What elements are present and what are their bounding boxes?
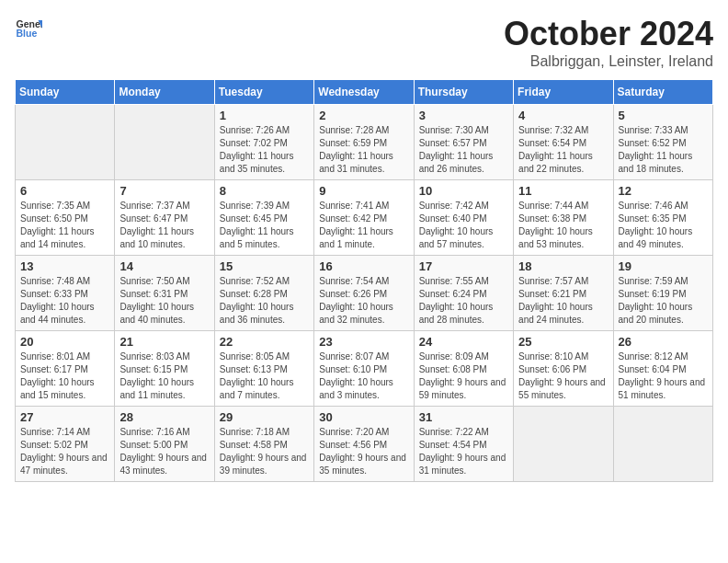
weekday-header-saturday: Saturday	[613, 80, 712, 105]
day-number: 12	[619, 184, 708, 198]
day-number: 2	[319, 109, 408, 122]
cell-detail: Sunrise: 7:22 AM Sunset: 4:54 PM Dayligh…	[419, 426, 508, 477]
cell-detail: Sunrise: 7:28 AM Sunset: 6:59 PM Dayligh…	[319, 124, 408, 176]
calendar-week-row: 27Sunrise: 7:14 AM Sunset: 5:02 PM Dayli…	[16, 407, 713, 482]
cell-detail: Sunrise: 7:16 AM Sunset: 5:00 PM Dayligh…	[119, 426, 209, 477]
calendar-cell	[16, 105, 115, 180]
cell-detail: Sunrise: 7:48 AM Sunset: 6:33 PM Dayligh…	[20, 275, 109, 327]
calendar-header: SundayMondayTuesdayWednesdayThursdayFrid…	[16, 80, 713, 105]
day-number: 1	[220, 109, 309, 122]
calendar-cell: 9Sunrise: 7:41 AM Sunset: 6:42 PM Daylig…	[314, 180, 414, 256]
calendar-cell: 28Sunrise: 7:16 AM Sunset: 5:00 PM Dayli…	[115, 407, 214, 482]
cell-detail: Sunrise: 7:33 AM Sunset: 6:52 PM Dayligh…	[619, 124, 708, 176]
calendar-cell: 30Sunrise: 7:20 AM Sunset: 4:56 PM Dayli…	[314, 407, 414, 482]
calendar-body: 1Sunrise: 7:26 AM Sunset: 7:02 PM Daylig…	[16, 105, 713, 482]
day-number: 31	[419, 410, 508, 424]
calendar-cell: 15Sunrise: 7:52 AM Sunset: 6:28 PM Dayli…	[214, 256, 313, 331]
day-number: 22	[220, 335, 309, 349]
cell-detail: Sunrise: 7:52 AM Sunset: 6:28 PM Dayligh…	[220, 275, 309, 327]
calendar-cell: 12Sunrise: 7:46 AM Sunset: 6:35 PM Dayli…	[613, 180, 712, 256]
cell-detail: Sunrise: 8:07 AM Sunset: 6:10 PM Dayligh…	[319, 350, 408, 402]
calendar-cell: 31Sunrise: 7:22 AM Sunset: 4:54 PM Dayli…	[414, 407, 513, 482]
cell-detail: Sunrise: 7:59 AM Sunset: 6:19 PM Dayligh…	[619, 275, 708, 327]
cell-detail: Sunrise: 7:41 AM Sunset: 6:42 PM Dayligh…	[319, 200, 408, 251]
day-number: 6	[20, 184, 109, 198]
location-title: Balbriggan, Leinster, Ireland	[504, 53, 713, 70]
calendar-cell: 23Sunrise: 8:07 AM Sunset: 6:10 PM Dayli…	[314, 331, 414, 407]
calendar-cell: 20Sunrise: 8:01 AM Sunset: 6:17 PM Dayli…	[16, 331, 115, 407]
weekday-header-friday: Friday	[514, 80, 613, 105]
cell-detail: Sunrise: 7:46 AM Sunset: 6:35 PM Dayligh…	[619, 200, 708, 251]
calendar-cell: 24Sunrise: 8:09 AM Sunset: 6:08 PM Dayli…	[414, 331, 513, 407]
weekday-header-wednesday: Wednesday	[314, 80, 414, 105]
cell-detail: Sunrise: 7:57 AM Sunset: 6:21 PM Dayligh…	[518, 275, 608, 327]
day-number: 26	[619, 335, 708, 349]
day-number: 16	[319, 259, 408, 273]
day-number: 13	[20, 259, 109, 273]
calendar-cell: 5Sunrise: 7:33 AM Sunset: 6:52 PM Daylig…	[613, 105, 712, 180]
cell-detail: Sunrise: 7:32 AM Sunset: 6:54 PM Dayligh…	[518, 124, 608, 176]
calendar-cell: 25Sunrise: 8:10 AM Sunset: 6:06 PM Dayli…	[514, 331, 613, 407]
calendar-cell: 6Sunrise: 7:35 AM Sunset: 6:50 PM Daylig…	[16, 180, 115, 256]
day-number: 14	[119, 259, 209, 273]
cell-detail: Sunrise: 7:30 AM Sunset: 6:57 PM Dayligh…	[419, 124, 508, 176]
day-number: 28	[119, 410, 209, 424]
calendar-cell: 22Sunrise: 8:05 AM Sunset: 6:13 PM Dayli…	[214, 331, 313, 407]
cell-detail: Sunrise: 7:54 AM Sunset: 6:26 PM Dayligh…	[319, 275, 408, 327]
day-number: 8	[220, 184, 309, 198]
cell-detail: Sunrise: 7:42 AM Sunset: 6:40 PM Dayligh…	[419, 200, 508, 251]
calendar-cell: 19Sunrise: 7:59 AM Sunset: 6:19 PM Dayli…	[613, 256, 712, 331]
calendar-cell: 21Sunrise: 8:03 AM Sunset: 6:15 PM Dayli…	[115, 331, 214, 407]
header-area: General Blue October 2024 Balbriggan, Le…	[15, 15, 713, 70]
cell-detail: Sunrise: 7:26 AM Sunset: 7:02 PM Dayligh…	[220, 124, 309, 176]
calendar-cell: 27Sunrise: 7:14 AM Sunset: 5:02 PM Dayli…	[16, 407, 115, 482]
weekday-header-row: SundayMondayTuesdayWednesdayThursdayFrid…	[16, 80, 713, 105]
calendar-cell: 1Sunrise: 7:26 AM Sunset: 7:02 PM Daylig…	[214, 105, 313, 180]
day-number: 29	[220, 410, 309, 424]
cell-detail: Sunrise: 7:37 AM Sunset: 6:47 PM Dayligh…	[119, 200, 209, 251]
calendar-cell: 2Sunrise: 7:28 AM Sunset: 6:59 PM Daylig…	[314, 105, 414, 180]
calendar-cell: 7Sunrise: 7:37 AM Sunset: 6:47 PM Daylig…	[115, 180, 214, 256]
cell-detail: Sunrise: 8:10 AM Sunset: 6:06 PM Dayligh…	[518, 350, 608, 402]
day-number: 20	[20, 335, 109, 349]
calendar-cell: 14Sunrise: 7:50 AM Sunset: 6:31 PM Dayli…	[115, 256, 214, 331]
calendar-cell: 29Sunrise: 7:18 AM Sunset: 4:58 PM Dayli…	[214, 407, 313, 482]
calendar-cell: 4Sunrise: 7:32 AM Sunset: 6:54 PM Daylig…	[514, 105, 613, 180]
svg-text:Blue: Blue	[17, 28, 38, 39]
calendar-cell: 10Sunrise: 7:42 AM Sunset: 6:40 PM Dayli…	[414, 180, 513, 256]
cell-detail: Sunrise: 8:03 AM Sunset: 6:15 PM Dayligh…	[119, 350, 209, 402]
calendar-cell: 13Sunrise: 7:48 AM Sunset: 6:33 PM Dayli…	[16, 256, 115, 331]
day-number: 7	[119, 184, 209, 198]
day-number: 25	[518, 335, 608, 349]
cell-detail: Sunrise: 7:44 AM Sunset: 6:38 PM Dayligh…	[518, 200, 608, 251]
day-number: 19	[619, 259, 708, 273]
day-number: 3	[419, 109, 508, 122]
cell-detail: Sunrise: 7:39 AM Sunset: 6:45 PM Dayligh…	[220, 200, 309, 251]
cell-detail: Sunrise: 7:35 AM Sunset: 6:50 PM Dayligh…	[20, 200, 109, 251]
weekday-header-monday: Monday	[115, 80, 214, 105]
day-number: 18	[518, 259, 608, 273]
weekday-header-tuesday: Tuesday	[214, 80, 313, 105]
calendar-week-row: 20Sunrise: 8:01 AM Sunset: 6:17 PM Dayli…	[16, 331, 713, 407]
calendar-cell: 3Sunrise: 7:30 AM Sunset: 6:57 PM Daylig…	[414, 105, 513, 180]
day-number: 27	[20, 410, 109, 424]
day-number: 9	[319, 184, 408, 198]
cell-detail: Sunrise: 8:12 AM Sunset: 6:04 PM Dayligh…	[619, 350, 708, 402]
calendar-cell: 16Sunrise: 7:54 AM Sunset: 6:26 PM Dayli…	[314, 256, 414, 331]
calendar-cell	[613, 407, 712, 482]
calendar-week-row: 1Sunrise: 7:26 AM Sunset: 7:02 PM Daylig…	[16, 105, 713, 180]
day-number: 24	[419, 335, 508, 349]
cell-detail: Sunrise: 8:01 AM Sunset: 6:17 PM Dayligh…	[20, 350, 109, 402]
logo-icon: General Blue	[15, 15, 42, 42]
calendar-cell: 26Sunrise: 8:12 AM Sunset: 6:04 PM Dayli…	[613, 331, 712, 407]
calendar-week-row: 6Sunrise: 7:35 AM Sunset: 6:50 PM Daylig…	[16, 180, 713, 256]
cell-detail: Sunrise: 7:14 AM Sunset: 5:02 PM Dayligh…	[20, 426, 109, 477]
calendar-cell: 8Sunrise: 7:39 AM Sunset: 6:45 PM Daylig…	[214, 180, 313, 256]
weekday-header-thursday: Thursday	[414, 80, 513, 105]
day-number: 21	[119, 335, 209, 349]
day-number: 23	[319, 335, 408, 349]
calendar-cell	[115, 105, 214, 180]
month-title: October 2024	[504, 15, 713, 53]
calendar-table: SundayMondayTuesdayWednesdayThursdayFrid…	[15, 79, 713, 482]
cell-detail: Sunrise: 7:50 AM Sunset: 6:31 PM Dayligh…	[119, 275, 209, 327]
